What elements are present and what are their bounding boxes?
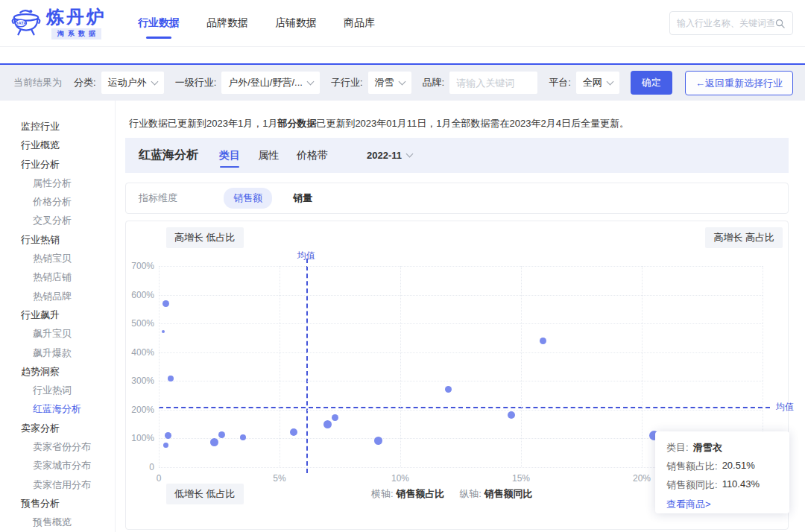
brand-name: 炼丹炉 xyxy=(46,7,107,27)
chevron-down-icon xyxy=(306,77,314,85)
sidebar-item-seller-city[interactable]: 卖家城市分布 xyxy=(0,456,115,475)
filter-field-label-primary-industry: 一级行业: xyxy=(175,76,217,89)
filter-select-primary-industry[interactable]: 户外/登山/野营/... xyxy=(221,72,320,94)
chevron-down-icon xyxy=(406,151,414,158)
x-tick-label: 10% xyxy=(384,473,417,484)
period-select[interactable]: 2022-11 xyxy=(367,150,412,161)
h-gridline xyxy=(159,323,763,324)
scatter-point-8[interactable] xyxy=(290,428,297,436)
x-tick-label: 0 xyxy=(142,473,175,484)
confirm-button[interactable]: 确定 xyxy=(631,71,672,95)
filter-field-label-sub-industry: 子行业: xyxy=(331,76,363,89)
tab-price-band[interactable]: 价格带 xyxy=(297,146,328,165)
svg-text:DATA: DATA xyxy=(15,21,26,25)
scatter-point-0[interactable] xyxy=(162,300,169,307)
x-axis-note: 横轴: 销售额占比 xyxy=(371,487,444,501)
tab-attribute[interactable]: 属性 xyxy=(258,146,279,165)
sidebar-item-trend-insight[interactable]: 趋势洞察 xyxy=(0,362,115,381)
brand-subtitle: 淘系数据 xyxy=(51,28,101,39)
x-tick-label: 15% xyxy=(505,473,537,484)
h-gridline xyxy=(159,352,763,353)
sidebar-item-presale-analysis[interactable]: 预售分析 xyxy=(0,494,115,513)
scatter-point-5[interactable] xyxy=(210,438,218,446)
scatter-point-4[interactable] xyxy=(163,443,168,448)
data-update-notice: 行业数据已更新到2023年1月，1月部分数据已更新到2023年01月11日，1月… xyxy=(129,117,629,130)
brand-logo[interactable]: DATA 炼丹炉 淘系数据 xyxy=(10,7,107,39)
top-navbar: DATA 炼丹炉 淘系数据 行业数据品牌数据店铺数据商品库 xyxy=(0,0,805,47)
scatter-point-7[interactable] xyxy=(240,434,246,440)
nav-item-brand-data[interactable]: 品牌数据 xyxy=(206,13,248,33)
tab-category[interactable]: 类目 xyxy=(219,146,240,165)
tooltip-row-label-1: 销售额占比: xyxy=(666,460,718,473)
scatter-point-3[interactable] xyxy=(165,432,171,439)
nav-item-industry-data[interactable]: 行业数据 xyxy=(138,13,180,33)
search-input[interactable] xyxy=(677,18,774,28)
brand-text: 炼丹炉 淘系数据 xyxy=(46,7,107,39)
tooltip-row-label-2: 销售额同比: xyxy=(666,478,718,492)
sidebar-item-hot-items[interactable]: 热销宝贝 xyxy=(0,249,115,267)
filter-select-category[interactable]: 运动户外 xyxy=(101,72,164,94)
notice-bold: 部分数据 xyxy=(277,118,316,129)
x-tick-label: 5% xyxy=(263,473,296,484)
scatter-point-12[interactable] xyxy=(445,386,452,393)
sidebar-item-seller-credit[interactable]: 卖家信用分布 xyxy=(0,475,115,494)
sidebar-item-seller-analysis[interactable]: 卖家分析 xyxy=(0,419,115,437)
main-content: 行业数据已更新到2023年1月，1月部分数据已更新到2023年01月11日，1月… xyxy=(116,101,805,532)
quadrant-label-bottom-left: 低增长 低占比 xyxy=(166,484,244,504)
point-tooltip: 类目:滑雪衣销售额占比:20.51%销售额同比:110.43% 查看商品> xyxy=(655,431,789,513)
sidebar-item-industry-hot-sale[interactable]: 行业热销 xyxy=(0,230,115,249)
sidebar-item-seller-province[interactable]: 卖家省份分布 xyxy=(0,437,115,456)
scatter-point-14[interactable] xyxy=(540,338,546,344)
scatter-point-6[interactable] xyxy=(218,431,225,438)
filter-select-platform[interactable]: 全网 xyxy=(576,72,619,94)
axis-note: 横轴: 销售额占比 纵轴: 销售额同比 xyxy=(371,487,533,501)
sidebar-item-attribute-analysis[interactable]: 属性分析 xyxy=(0,174,115,192)
scatter-point-13[interactable] xyxy=(508,411,515,419)
tooltip-row-2: 销售额同比:110.43% xyxy=(666,478,778,492)
scatter-point-10[interactable] xyxy=(332,414,338,421)
sidebar-item-presale-overview[interactable]: 预售概览 xyxy=(0,513,115,531)
y-axis-note: 纵轴: 销售额同比 xyxy=(459,487,532,501)
y-tick-label: 400% xyxy=(126,347,154,358)
sidebar-item-industry-overview[interactable]: 行业概览 xyxy=(0,136,115,154)
tooltip-row-1: 销售额占比:20.51% xyxy=(666,460,778,473)
h-gridline xyxy=(159,381,763,381)
sidebar-item-industry-rising[interactable]: 行业飙升 xyxy=(0,305,115,324)
metric-option-sales-amount[interactable]: 销售额 xyxy=(224,188,272,209)
sidebar-item-hot-shops[interactable]: 热销店铺 xyxy=(0,267,115,286)
view-products-link[interactable]: 查看商品> xyxy=(666,498,711,511)
filter-select-value-category: 运动户外 xyxy=(108,76,147,89)
quadrant-label-top-left: 高增长 低占比 xyxy=(166,227,244,248)
mean-y-label: 均值 xyxy=(776,401,794,414)
back-reselect-industry-button[interactable]: ←返回重新选择行业 xyxy=(685,71,793,95)
scatter-point-9[interactable] xyxy=(323,420,332,428)
scatter-point-11[interactable] xyxy=(374,437,382,445)
filter-input-brand[interactable] xyxy=(449,72,537,94)
y-tick-label: 300% xyxy=(126,376,154,386)
sidebar-item-price-analysis[interactable]: 价格分析 xyxy=(0,192,115,211)
sidebar-item-monitor-industry[interactable]: 监控行业 xyxy=(0,117,115,136)
sidebar-item-industry-analysis[interactable]: 行业分析 xyxy=(0,155,115,174)
sidebar-item-rising-items[interactable]: 飙升宝贝 xyxy=(0,324,115,343)
search-icon[interactable] xyxy=(774,18,786,29)
sidebar-item-cross-analysis[interactable]: 交叉分析 xyxy=(0,211,115,229)
filter-fields: 分类:运动户外一级行业:户外/登山/野营/...子行业:滑雪品牌:平台:全网 xyxy=(74,72,631,94)
metric-option-sales-volume[interactable]: 销量 xyxy=(293,191,312,205)
page-title: 红蓝海分析 xyxy=(139,148,198,163)
scatter-point-2[interactable] xyxy=(168,376,174,381)
chevron-down-icon xyxy=(151,77,158,85)
chevron-down-icon xyxy=(398,77,405,85)
sidebar-item-hot-brands[interactable]: 热销品牌 xyxy=(0,287,115,305)
filter-select-sub-industry[interactable]: 滑雪 xyxy=(368,72,411,94)
sidebar-item-rising-hits[interactable]: 飙升爆款 xyxy=(0,343,115,362)
v-gridline xyxy=(280,266,280,467)
nav-item-shop-data[interactable]: 店铺数据 xyxy=(275,13,317,33)
scatter-point-1[interactable] xyxy=(162,330,165,333)
y-tick-label: 200% xyxy=(126,405,154,415)
mean-x-line xyxy=(306,259,308,473)
nav-item-product-library[interactable]: 商品库 xyxy=(344,13,375,33)
sidebar-item-industry-hot-words[interactable]: 行业热词 xyxy=(0,381,115,399)
sidebar-item-red-blue-ocean-analysis[interactable]: 红蓝海分析 xyxy=(0,399,115,418)
notice-pre: 行业数据已更新到2023年1月，1月 xyxy=(129,118,277,129)
h-gridline xyxy=(159,266,763,267)
